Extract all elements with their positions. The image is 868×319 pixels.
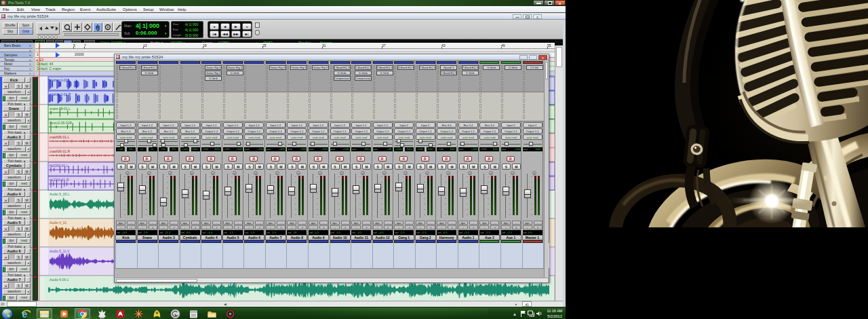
svg-text:kkdrum1-01.L: kkdrum1-01.L [50, 78, 71, 82]
svg-text:Audio 4_01: Audio 4_01 [50, 221, 67, 225]
svg-text:crash06-01.L: crash06-01.L [50, 135, 69, 139]
svg-text:hk2200-01.L: hk2200-01.L [50, 164, 68, 168]
svg-text:Audio 5_05-L: Audio 5_05-L [50, 192, 70, 196]
svg-text:hk2200-01.R: hk2200-01.R [50, 178, 69, 182]
svg-text:snare 08-01.L: snare 08-01.L [50, 107, 71, 111]
svg-text:Audio 5_11.V: Audio 5_11.V [50, 249, 70, 253]
svg-text:Drum2-06-01R: Drum2-06-01R [50, 121, 72, 125]
svg-text:kkdrum1-01.R: kkdrum1-01.R [50, 92, 71, 96]
svg-text:Audio 6 06-1: Audio 6 06-1 [50, 278, 69, 282]
svg-text:crash06-01.R: crash06-01.R [50, 149, 70, 153]
